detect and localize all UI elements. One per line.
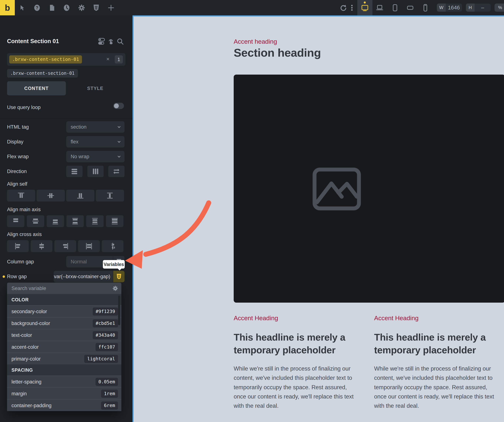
remove-class-button[interactable]: × xyxy=(106,53,109,66)
manage-variables-button[interactable] xyxy=(112,285,118,292)
align-self-stretch-button[interactable] xyxy=(96,190,124,202)
css-button[interactable] xyxy=(92,3,101,12)
image-placeholder[interactable] xyxy=(234,75,504,303)
align-cross-end-icon xyxy=(61,242,69,250)
zoom-unit-label[interactable]: % xyxy=(495,4,504,12)
accent-heading[interactable]: Accent heading xyxy=(234,38,277,45)
align-cross-center-button[interactable] xyxy=(31,240,52,252)
tab-style[interactable]: STYLE xyxy=(78,81,113,95)
align-main-end-button[interactable] xyxy=(47,215,64,227)
align-self-start-icon xyxy=(17,192,25,199)
variable-search-input[interactable] xyxy=(7,283,121,294)
content-column[interactable]: Accent Heading This headline is merely a… xyxy=(374,314,496,410)
more-options-button[interactable] xyxy=(347,3,357,12)
align-main-space-around-button[interactable] xyxy=(86,215,104,227)
direction-label: Direction xyxy=(7,166,27,177)
content-column[interactable]: Accent Heading This headline is merely a… xyxy=(234,314,356,410)
html-tag-value: section xyxy=(71,124,87,130)
align-cross-start-icon xyxy=(14,242,22,250)
align-self-start-button[interactable] xyxy=(7,190,35,202)
bricks-logo[interactable]: b xyxy=(0,0,15,15)
list-item[interactable]: container-padding6rem xyxy=(7,399,121,411)
cursor-icon xyxy=(18,4,25,11)
breakpoint-tablet-button[interactable] xyxy=(390,3,400,12)
align-self-center-button[interactable] xyxy=(37,190,65,202)
width-input[interactable]: 1646 xyxy=(446,4,462,12)
column-body-text[interactable]: While we're still in the process of fina… xyxy=(234,364,356,410)
variable-name: background-color xyxy=(12,317,50,329)
css-class-input[interactable]: .brxw-content-section-01 × 1 xyxy=(7,53,126,66)
editor-canvas[interactable]: Accent heading Section heading Accent He… xyxy=(132,15,504,422)
html-tag-select[interactable]: section xyxy=(66,121,125,133)
display-select[interactable]: flex xyxy=(66,136,125,148)
flex-wrap-select[interactable]: No wrap xyxy=(66,151,125,162)
section-heading[interactable]: Section heading xyxy=(234,46,321,59)
list-item[interactable]: letter-spacing0.05em xyxy=(7,375,121,387)
history-button[interactable] xyxy=(62,3,71,12)
direction-reverse-button[interactable] xyxy=(108,166,125,177)
align-cross-stretch-button[interactable] xyxy=(78,240,100,252)
flex-wrap-value: No wrap xyxy=(71,154,89,159)
column-headline[interactable]: This headline is merely a temporary plac… xyxy=(234,331,356,356)
row-gap-variables-button[interactable] xyxy=(113,271,125,282)
align-self-end-button[interactable] xyxy=(66,190,94,202)
query-loop-toggle[interactable] xyxy=(113,103,124,109)
variable-name: accent-color xyxy=(12,341,39,353)
variable-value-badge: #9f1239 xyxy=(93,307,118,316)
variable-value-badge: 0.05em xyxy=(96,378,118,386)
html-tag-label: HTML tag xyxy=(7,121,29,133)
breakpoint-laptop-button[interactable] xyxy=(375,3,384,12)
list-item[interactable]: accent-colorffc107 xyxy=(7,341,121,353)
help-button[interactable]: ? xyxy=(32,3,42,12)
panel-search-button[interactable] xyxy=(116,37,125,46)
chevron-down-icon xyxy=(118,125,121,128)
align-cross-end-button[interactable] xyxy=(54,240,76,252)
list-item[interactable]: background-color#cbd5e1 xyxy=(7,317,121,329)
panel-interactions-button[interactable] xyxy=(106,37,115,46)
align-cross-baseline-button[interactable] xyxy=(102,240,123,252)
modified-indicator-dot xyxy=(3,275,5,278)
align-cross-center-icon xyxy=(38,242,46,250)
class-suggestion-chip[interactable]: .brxw-content-section-01 xyxy=(7,69,78,78)
column-body-text[interactable]: While we're still in the process of fina… xyxy=(374,364,496,410)
column-headline[interactable]: This headline is merely a temporary plac… xyxy=(374,331,496,356)
accent-heading[interactable]: Accent Heading xyxy=(374,314,496,322)
dropdown-scrollbar[interactable] xyxy=(118,295,120,325)
cursor-tool-button[interactable] xyxy=(17,3,26,12)
variable-name: margin xyxy=(12,388,27,400)
active-class-pill[interactable]: .brxw-content-section-01 xyxy=(9,55,82,63)
panel-settings-button[interactable] xyxy=(97,37,106,46)
settings-button[interactable] xyxy=(77,3,86,12)
accent-heading[interactable]: Accent Heading xyxy=(234,314,356,322)
search-icon xyxy=(116,38,124,45)
direction-row-button[interactable] xyxy=(87,166,104,177)
list-item[interactable]: secondary-color#9f1239 xyxy=(7,305,121,317)
breakpoint-mobile-button[interactable] xyxy=(421,3,430,12)
align-main-start-button[interactable] xyxy=(7,215,24,227)
page-button[interactable] xyxy=(47,3,57,12)
align-main-stretch-button[interactable] xyxy=(106,215,123,227)
variable-value-badge: ffc107 xyxy=(96,343,118,351)
align-self-stretch-icon xyxy=(106,192,114,199)
row-gap-input[interactable] xyxy=(54,271,113,282)
align-cross-baseline-icon xyxy=(109,242,117,250)
variable-section-color: COLOR xyxy=(7,294,121,305)
toggle-knob xyxy=(114,103,119,108)
height-input[interactable]: – xyxy=(474,4,491,12)
align-self-end-icon xyxy=(76,192,84,199)
direction-column-button[interactable] xyxy=(66,166,83,177)
align-main-center-button[interactable] xyxy=(27,215,44,227)
list-item[interactable]: text-color#343a40 xyxy=(7,329,121,341)
history-icon xyxy=(63,4,70,12)
height-label: H xyxy=(466,4,474,12)
align-main-space-between-button[interactable] xyxy=(66,215,84,227)
add-element-button[interactable] xyxy=(106,3,116,12)
list-item[interactable]: margin1rem xyxy=(7,387,121,399)
column-gap-label: Column gap xyxy=(7,256,34,267)
tab-content[interactable]: CONTENT xyxy=(7,81,66,95)
reload-button[interactable] xyxy=(339,3,348,12)
variable-section-spacing: SPACING xyxy=(7,364,121,375)
list-item[interactable]: primary-colorlightcoral xyxy=(7,353,121,364)
breakpoint-landscape-button[interactable] xyxy=(406,3,415,12)
align-cross-start-button[interactable] xyxy=(7,240,29,252)
